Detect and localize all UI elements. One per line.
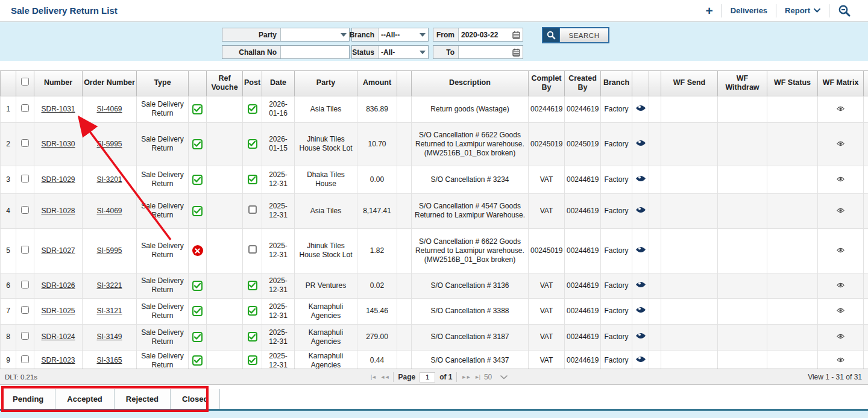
number-link[interactable]: SDR-1024 — [41, 332, 75, 341]
view-eye-icon[interactable] — [635, 355, 646, 363]
number-link[interactable]: SDR-1026 — [41, 281, 75, 290]
column-header-post[interactable]: Post — [243, 71, 262, 96]
tab-rejected[interactable]: Rejected — [115, 389, 171, 409]
view-eye-icon[interactable] — [635, 246, 646, 254]
row-checkbox[interactable] — [21, 246, 29, 254]
ref-voucher-cell — [207, 122, 243, 166]
wf-matrix-cell — [818, 122, 864, 166]
page-size-value: 50 — [484, 373, 492, 381]
wf-matrix-eye-icon[interactable] — [837, 357, 844, 363]
row-index: 3 — [1, 166, 16, 193]
order-number-link[interactable]: SI-3201 — [96, 175, 122, 184]
page-number-input[interactable] — [420, 372, 435, 382]
challan-input[interactable] — [283, 48, 347, 57]
column-header-created-by[interactable]: Created By — [565, 71, 601, 96]
checked-icon — [192, 355, 203, 366]
wf-matrix-eye-icon[interactable] — [837, 248, 844, 253]
add-button[interactable]: + — [697, 4, 721, 18]
view-eye-icon[interactable] — [635, 306, 646, 314]
wf-matrix-eye-icon[interactable] — [837, 208, 844, 213]
wf-matrix-eye-icon[interactable] — [837, 106, 844, 111]
number-link[interactable]: SDR-1023 — [41, 356, 75, 364]
row-checkbox[interactable] — [21, 206, 29, 214]
row-checkbox[interactable] — [21, 139, 29, 147]
column-header-wf-send[interactable]: WF Send — [661, 71, 718, 96]
column-header-number[interactable]: Number — [34, 71, 83, 96]
column-header-ref-vouche[interactable]: Ref Vouche — [207, 71, 243, 96]
blank-cell — [864, 166, 868, 193]
deliveries-button[interactable]: Deliveries — [722, 4, 776, 18]
row-checkbox[interactable] — [21, 281, 29, 289]
row-checkbox[interactable] — [21, 306, 29, 314]
view-eye-icon[interactable] — [635, 104, 646, 112]
number-link[interactable]: SDR-1031 — [41, 105, 75, 113]
from-date-input[interactable]: 2020-03-22 — [459, 28, 523, 41]
select-all-checkbox[interactable] — [21, 78, 29, 86]
order-number-link[interactable]: SI-3221 — [96, 281, 122, 290]
number-link[interactable]: SDR-1028 — [41, 207, 75, 215]
number-link[interactable]: SDR-1029 — [41, 175, 75, 184]
view-eye-icon[interactable] — [635, 281, 646, 289]
column-header-wf-matrix[interactable]: WF Matrix — [818, 71, 864, 96]
row-checkbox[interactable] — [21, 332, 29, 340]
row-checkbox[interactable] — [21, 175, 29, 182]
report-menu-button[interactable]: Report — [776, 4, 829, 18]
blank-cell — [649, 228, 661, 273]
row-checkbox[interactable] — [21, 355, 29, 363]
to-date-input[interactable] — [459, 46, 523, 58]
party-select[interactable] — [281, 28, 349, 41]
column-header-branch[interactable]: Branch — [601, 71, 632, 96]
page-size-select[interactable]: 50 — [484, 373, 508, 381]
column-header-complet-by[interactable]: Complet By — [529, 71, 565, 96]
next-page-icon[interactable]: ►► — [461, 374, 470, 380]
view-eye-icon[interactable] — [635, 206, 646, 214]
order-number-link[interactable]: SI-3121 — [96, 307, 122, 315]
number-link[interactable]: SDR-1027 — [41, 246, 75, 255]
order-number-link[interactable]: SI-3165 — [96, 356, 122, 364]
column-header-type[interactable]: Type — [137, 71, 189, 96]
wf-matrix-eye-icon[interactable] — [837, 282, 844, 288]
search-button[interactable]: SEARCH — [542, 27, 609, 43]
column-header-wf-withdraw[interactable]: WF Withdraw — [718, 71, 767, 96]
order-number-link[interactable]: SI-5995 — [96, 246, 122, 255]
branch-select[interactable]: --All-- — [379, 28, 428, 41]
prev-page-icon[interactable]: ◄◄ — [380, 374, 389, 380]
column-header-description[interactable]: Description — [412, 71, 529, 96]
party-cell: Jhinuk Tiles House Stock Lot — [295, 228, 357, 273]
number-link[interactable]: SDR-1025 — [41, 307, 75, 315]
column-header-order-number[interactable]: Order Number — [83, 71, 137, 96]
post-cell — [243, 298, 262, 324]
wf-matrix-eye-icon[interactable] — [837, 176, 844, 182]
zoom-out-button[interactable] — [829, 4, 860, 18]
order-number-link[interactable]: SI-3149 — [96, 332, 122, 341]
challan-filter: Challan No — [222, 45, 350, 59]
first-page-icon[interactable]: |◄ — [371, 374, 376, 380]
wf-matrix-eye-icon[interactable] — [837, 308, 844, 313]
order-number-link[interactable]: SI-4069 — [96, 207, 122, 215]
description-cell: S/O Cancellation # 3437 — [412, 350, 529, 369]
column-header-select[interactable] — [16, 71, 34, 96]
number-link[interactable]: SDR-1030 — [41, 140, 75, 148]
column-header-amount[interactable]: Amount — [357, 71, 397, 96]
column-header-wf-status[interactable]: WF Status — [767, 71, 818, 96]
calendar-icon[interactable] — [512, 48, 520, 57]
wf-matrix-eye-icon[interactable] — [837, 334, 844, 339]
calendar-icon[interactable] — [512, 31, 520, 39]
column-header-party[interactable]: Party — [295, 71, 357, 96]
blank-cell — [649, 324, 661, 350]
tab-accepted[interactable]: Accepted — [55, 389, 115, 409]
wf-matrix-eye-icon[interactable] — [837, 141, 844, 146]
view-eye-icon[interactable] — [635, 332, 646, 340]
column-header-date[interactable]: Date — [262, 71, 295, 96]
order-number-link[interactable]: SI-5995 — [96, 140, 122, 148]
tab-closed[interactable]: Closed — [171, 389, 220, 409]
order-number-link[interactable]: SI-4069 — [96, 105, 122, 113]
view-eye-icon[interactable] — [635, 139, 646, 147]
status-select[interactable]: -All- — [379, 46, 428, 58]
view-eye-icon[interactable] — [635, 175, 646, 182]
tab-pending[interactable]: Pending — [1, 389, 55, 409]
last-page-icon[interactable]: ►| — [474, 374, 480, 380]
amount-cell: 836.89 — [357, 96, 397, 122]
table-row: 3SDR-1029SI-3201Sale Delivery Return2025… — [1, 166, 868, 193]
row-checkbox[interactable] — [21, 104, 29, 112]
